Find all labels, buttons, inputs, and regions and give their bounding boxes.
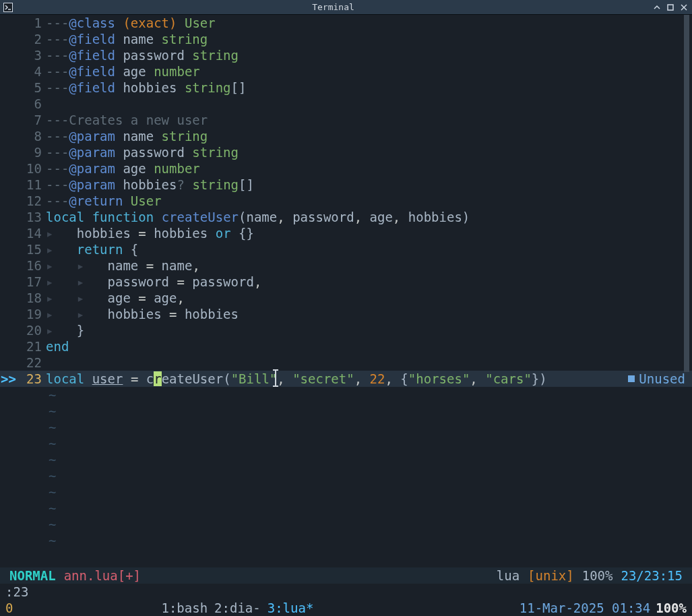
code-line[interactable]: >>23local user = createUser("Bill", "sec… <box>0 371 692 387</box>
code-content[interactable]: ---Creates a new user <box>46 112 692 128</box>
code-content[interactable]: ---@field hobbies string[] <box>46 80 692 96</box>
file-name: ann.lua[+] <box>60 567 145 584</box>
code-line[interactable]: 9---@param password string <box>0 144 692 160</box>
code-line[interactable]: 17▸ ▸ password = password, <box>0 274 692 290</box>
code-line[interactable]: 10---@param age number <box>0 160 692 177</box>
code-content[interactable]: ▸ ▸ hobbies = hobbies <box>46 306 692 322</box>
tmux-session[interactable]: 0 <box>5 600 13 616</box>
code-content[interactable]: ---@field name string <box>46 31 692 47</box>
code-content[interactable]: ▸ ▸ password = password, <box>46 274 692 290</box>
line-number: 6 <box>19 96 46 112</box>
close-button[interactable] <box>679 2 689 13</box>
sign-column: >> <box>0 371 19 387</box>
code-content[interactable]: ▸ ▸ name = name, <box>46 257 692 274</box>
command-line[interactable]: :23 <box>0 584 692 600</box>
line-number: 13 <box>19 209 46 225</box>
code-line[interactable]: 8---@param name string <box>0 128 692 144</box>
tmux-window[interactable]: 1:bash <box>154 600 208 615</box>
empty-line: ~ <box>0 452 692 468</box>
tmux-window[interactable]: 3:lua* <box>261 600 314 615</box>
line-number: 2 <box>19 31 46 47</box>
code-content[interactable]: ▸ return { <box>46 241 692 257</box>
code-line[interactable]: 6 <box>0 96 692 112</box>
code-content[interactable]: ---@return User <box>46 193 692 209</box>
code-content[interactable]: ---@param age number <box>46 160 692 177</box>
line-number: 7 <box>19 112 46 128</box>
code-content[interactable]: ---@class (exact) User <box>46 15 692 31</box>
code-line[interactable]: 11---@param hobbies? string[] <box>0 177 692 193</box>
filetype: lua <box>493 567 524 584</box>
sign-column <box>0 306 19 322</box>
code-line[interactable]: 22 <box>0 355 692 371</box>
sign-column <box>0 31 19 47</box>
vim-statusline: NORMAL ann.lua[+] lua [unix] 100% 23/23:… <box>0 567 692 584</box>
code-content[interactable] <box>46 96 692 112</box>
code-line[interactable]: 5---@field hobbies string[] <box>0 80 692 96</box>
code-content[interactable]: ---@param name string <box>46 128 692 144</box>
empty-line: ~ <box>0 468 692 484</box>
code-line[interactable]: 13local function createUser(name, passwo… <box>0 209 692 225</box>
svg-rect-2 <box>668 5 673 10</box>
sign-column <box>0 355 19 371</box>
code-content[interactable] <box>46 355 692 371</box>
sign-column <box>0 274 19 290</box>
empty-line: ~ <box>0 500 692 516</box>
code-line[interactable]: 19▸ ▸ hobbies = hobbies <box>0 306 692 322</box>
editor-viewport[interactable]: 1---@class (exact) User2---@field name s… <box>0 15 692 567</box>
code-line[interactable]: 15▸ return { <box>0 241 692 257</box>
code-line[interactable]: 18▸ ▸ age = age, <box>0 290 692 306</box>
code-line[interactable]: 14▸ hobbies = hobbies or {} <box>0 225 692 241</box>
line-number: 1 <box>19 15 46 31</box>
line-number: 19 <box>19 306 46 322</box>
code-content[interactable]: local user = createUser("Bill", "secret"… <box>46 371 692 387</box>
code-line[interactable]: 20▸ } <box>0 322 692 338</box>
diagnostic-icon <box>628 375 635 382</box>
line-number: 3 <box>19 47 46 63</box>
line-number: 17 <box>19 274 46 290</box>
code-content[interactable]: ▸ } <box>46 322 692 338</box>
line-number: 16 <box>19 257 46 274</box>
code-line[interactable]: 2---@field name string <box>0 31 692 47</box>
code-line[interactable]: 4---@field age number <box>0 63 692 80</box>
sign-column <box>0 193 19 209</box>
line-number: 10 <box>19 160 46 177</box>
minimize-button[interactable] <box>652 2 662 13</box>
code-line[interactable]: 3---@field password string <box>0 47 692 63</box>
code-content[interactable]: ---@param hobbies? string[] <box>46 177 692 193</box>
sign-column <box>0 47 19 63</box>
mode-indicator: NORMAL <box>5 567 60 584</box>
line-number: 15 <box>19 241 46 257</box>
code-content[interactable]: end <box>46 338 692 355</box>
code-content[interactable]: ---@field password string <box>46 47 692 63</box>
tmux-datetime: 11-Mar-2025 01:34 <box>520 600 650 616</box>
code-line[interactable]: 16▸ ▸ name = name, <box>0 257 692 274</box>
code-line[interactable]: 12---@return User <box>0 193 692 209</box>
status-area: NORMAL ann.lua[+] lua [unix] 100% 23/23:… <box>0 567 692 616</box>
tmux-window[interactable]: 2:dia- <box>208 600 261 615</box>
empty-line: ~ <box>0 419 692 435</box>
line-number: 21 <box>19 338 46 355</box>
line-number: 20 <box>19 322 46 338</box>
line-number: 18 <box>19 290 46 306</box>
code-content[interactable]: ▸ hobbies = hobbies or {} <box>46 225 692 241</box>
code-line[interactable]: 21end <box>0 338 692 355</box>
code-content[interactable]: ---@field age number <box>46 63 692 80</box>
code-content[interactable]: ---@param password string <box>46 144 692 160</box>
diagnostic-hint: Unused <box>620 371 685 387</box>
line-number: 12 <box>19 193 46 209</box>
sign-column <box>0 112 19 128</box>
cursor-position: 23/23:15 <box>617 567 687 584</box>
sign-column <box>0 96 19 112</box>
empty-line: ~ <box>0 532 692 549</box>
line-number: 23 <box>19 371 46 387</box>
maximize-button[interactable] <box>665 2 676 13</box>
code-line[interactable]: 7---Creates a new user <box>0 112 692 128</box>
sign-column <box>0 225 19 241</box>
code-content[interactable]: ▸ ▸ age = age, <box>46 290 692 306</box>
empty-line: ~ <box>0 484 692 500</box>
code-line[interactable]: 1---@class (exact) User <box>0 15 692 31</box>
code-content[interactable]: local function createUser(name, password… <box>46 209 692 225</box>
tmux-percent: 100% <box>650 600 687 616</box>
sign-column <box>0 241 19 257</box>
scrollbar[interactable] <box>684 15 689 372</box>
